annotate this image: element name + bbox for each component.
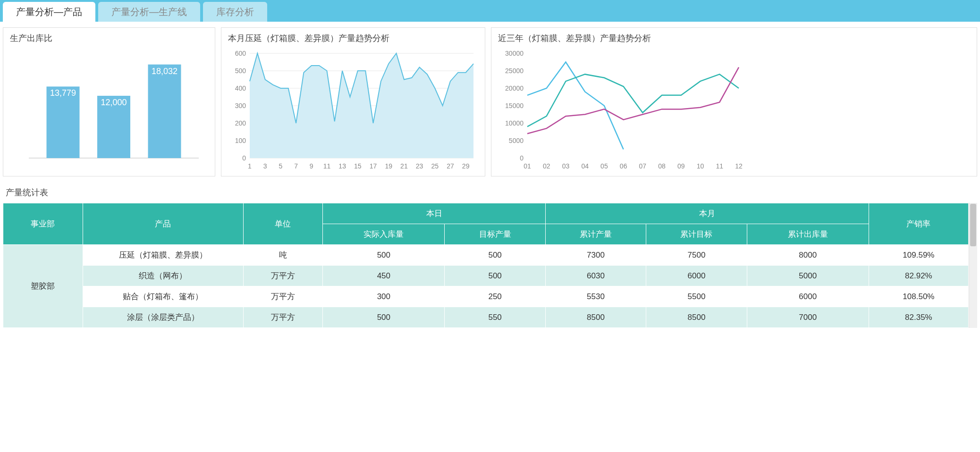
th-cum-out: 累计出库量 (747, 224, 869, 245)
table-row: 贴合（灯箱布、篷布）万平方300250553055006000108.50% (3, 286, 969, 307)
th-unit: 单位 (243, 203, 323, 245)
cell-c4: 6000 (646, 266, 747, 286)
tab-line[interactable]: 产量分析—生产线 (98, 2, 200, 22)
svg-text:15000: 15000 (505, 102, 524, 109)
chart-title: 生产出库比 (10, 33, 208, 44)
cell-product: 织造（网布） (83, 266, 243, 286)
svg-text:200: 200 (235, 119, 246, 127)
table-title: 产量统计表 (3, 182, 977, 203)
vertical-scrollbar[interactable] (969, 203, 977, 328)
svg-text:0: 0 (242, 154, 246, 162)
line-chart: 0500010000150002000025000300000102030405… (498, 50, 743, 172)
table-section: 产量统计表 事业部 产品 单位 本日 本月 产销率 实际入库量 目标产量 累计产… (0, 182, 980, 328)
svg-text:18,032: 18,032 (152, 67, 177, 76)
cell-product: 涂层（涂层类产品） (83, 307, 243, 328)
svg-text:600: 600 (235, 50, 246, 57)
svg-text:27: 27 (447, 162, 454, 170)
svg-text:300: 300 (235, 102, 246, 109)
th-product: 产品 (83, 203, 243, 245)
cell-rate: 82.92% (869, 266, 968, 286)
cell-c4: 7500 (646, 245, 747, 266)
chart-title: 近三年（灯箱膜、差异膜）产量趋势分析 (498, 33, 970, 44)
svg-text:07: 07 (639, 162, 647, 170)
cell-c3: 5530 (545, 286, 646, 307)
table-body: 塑胶部压延（灯箱膜、差异膜）吨500500730075008000109.59%… (3, 245, 969, 328)
cell-c5: 6000 (747, 286, 869, 307)
svg-text:11: 11 (323, 162, 331, 170)
cell-unit: 万平方 (243, 286, 323, 307)
svg-text:12: 12 (735, 162, 743, 170)
svg-text:17: 17 (370, 162, 377, 170)
tab-bar: 产量分析—产品 产量分析—生产线 库存分析 (0, 0, 980, 22)
cell-c5: 7000 (747, 307, 869, 328)
svg-text:9: 9 (310, 162, 313, 170)
svg-text:02: 02 (543, 162, 550, 170)
cell-rate: 82.35% (869, 307, 968, 328)
svg-text:5000: 5000 (509, 137, 524, 144)
svg-rect-5 (148, 65, 181, 158)
cell-c5: 5000 (747, 266, 869, 286)
svg-text:30000: 30000 (505, 50, 524, 57)
svg-text:0: 0 (520, 154, 524, 162)
charts-row: 生产出库比 13,77912,00018,032 本月压延（灯箱膜、差异膜）产量… (0, 22, 980, 182)
chart-card-bar: 生产出库比 13,77912,00018,032 (3, 27, 215, 176)
svg-text:25000: 25000 (505, 67, 524, 75)
svg-text:13: 13 (338, 162, 346, 170)
svg-text:21: 21 (400, 162, 408, 170)
cell-c1: 500 (323, 245, 445, 266)
tab-inventory[interactable]: 库存分析 (203, 2, 267, 22)
svg-text:5: 5 (279, 162, 282, 170)
table-row: 织造（网布）万平方45050060306000500082.92% (3, 266, 969, 286)
th-target: 目标产量 (445, 224, 545, 245)
tab-product[interactable]: 产量分析—产品 (3, 2, 95, 22)
chart-title: 本月压延（灯箱膜、差异膜）产量趋势分析 (228, 33, 478, 44)
chart-card-area: 本月压延（灯箱膜、差异膜）产量趋势分析 01002003004005006001… (221, 27, 485, 176)
cell-c2: 250 (445, 286, 545, 307)
svg-text:25: 25 (431, 162, 439, 170)
svg-text:05: 05 (600, 162, 608, 170)
svg-text:03: 03 (562, 162, 570, 170)
svg-text:400: 400 (235, 84, 246, 92)
svg-text:7: 7 (294, 162, 298, 170)
svg-text:09: 09 (677, 162, 685, 170)
svg-text:15: 15 (354, 162, 362, 170)
svg-text:13,779: 13,779 (50, 88, 76, 98)
bar-chart: 13,77912,00018,032 (10, 50, 208, 172)
table-row: 涂层（涂层类产品）万平方50055085008500700082.35% (3, 307, 969, 328)
svg-text:10000: 10000 (505, 119, 524, 127)
cell-c3: 6030 (545, 266, 646, 286)
cell-c2: 550 (445, 307, 545, 328)
cell-c3: 8500 (545, 307, 646, 328)
svg-text:500: 500 (235, 67, 246, 75)
th-month: 本月 (545, 203, 869, 224)
cell-c2: 500 (445, 245, 545, 266)
svg-text:08: 08 (658, 162, 666, 170)
svg-text:11: 11 (716, 162, 723, 170)
svg-text:12,000: 12,000 (101, 98, 127, 107)
cell-product: 压延（灯箱膜、差异膜） (83, 245, 243, 266)
th-actual-in: 实际入库量 (323, 224, 445, 245)
cell-unit: 万平方 (243, 266, 323, 286)
th-cum-target: 累计目标 (646, 224, 747, 245)
cell-c2: 500 (445, 266, 545, 286)
th-cum-prod: 累计产量 (545, 224, 646, 245)
svg-text:19: 19 (385, 162, 392, 170)
table-row: 塑胶部压延（灯箱膜、差异膜）吨500500730075008000109.59% (3, 245, 969, 266)
svg-text:100: 100 (235, 137, 246, 144)
cell-c1: 450 (323, 266, 445, 286)
svg-text:1: 1 (248, 162, 252, 170)
svg-text:23: 23 (416, 162, 423, 170)
svg-text:20000: 20000 (505, 84, 524, 92)
svg-text:10: 10 (697, 162, 704, 170)
cell-unit: 吨 (243, 245, 323, 266)
cell-product: 贴合（灯箱布、篷布） (83, 286, 243, 307)
cell-division: 塑胶部 (3, 245, 83, 328)
area-chart: 0100200300400500600135791113151719212325… (228, 50, 478, 172)
svg-text:29: 29 (462, 162, 470, 170)
cell-c4: 5500 (646, 286, 747, 307)
cell-c4: 8500 (646, 307, 747, 328)
cell-c3: 7300 (545, 245, 646, 266)
svg-text:01: 01 (524, 162, 531, 170)
scrollbar-thumb[interactable] (970, 204, 976, 246)
th-rate: 产销率 (869, 203, 968, 245)
